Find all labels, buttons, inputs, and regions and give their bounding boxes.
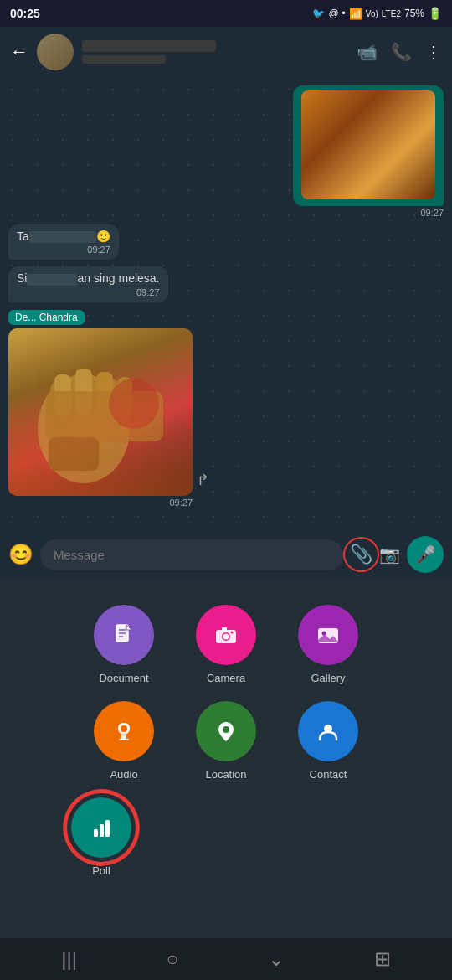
- header-info: [82, 40, 348, 64]
- contact-label: Contact: [310, 768, 347, 781]
- mention-tag: De... Chandra: [8, 310, 85, 325]
- attach-item-contact[interactable]: Contact: [298, 701, 358, 781]
- attach-item-gallery[interactable]: Gallery: [298, 605, 358, 684]
- nav-back-button[interactable]: ⌄: [268, 947, 285, 971]
- voice-call-button[interactable]: 📞: [391, 42, 412, 62]
- svg-rect-24: [119, 739, 129, 740]
- back-button[interactable]: ←: [10, 41, 28, 63]
- message-list: ↱ 09:27 Ta🙂 09:27 Sian sing melesa. 09:2…: [8, 85, 444, 508]
- chat-name: [82, 40, 216, 52]
- attach-item-audio[interactable]: Audio: [94, 701, 154, 781]
- message-image-large: [8, 328, 193, 496]
- attach-item-poll[interactable]: Poll: [71, 797, 131, 877]
- camera-label: Camera: [207, 672, 245, 684]
- message-time: 09:27: [293, 208, 444, 218]
- audio-label: Audio: [110, 768, 137, 781]
- status-bar: 00:25 🐦 @ • 📶 Vo) LTE2 75% 🔋: [0, 0, 452, 27]
- nav-home-button[interactable]: ○: [167, 947, 179, 971]
- svg-rect-29: [105, 820, 110, 837]
- message-text: Sian sing melesa.: [17, 271, 160, 285]
- svg-rect-17: [222, 627, 227, 631]
- nav-recents-button[interactable]: |||: [61, 947, 77, 971]
- chat-subtitle: [82, 55, 166, 64]
- wifi-icon: 📶: [349, 8, 362, 20]
- svg-point-18: [231, 632, 234, 634]
- attach-row-1: Document Camera: [17, 605, 435, 684]
- attach-item-document[interactable]: Document: [94, 605, 154, 684]
- audio-icon-circle: [94, 701, 154, 761]
- document-label: Document: [99, 672, 148, 684]
- menu-button[interactable]: ⋮: [425, 42, 442, 62]
- emoji-button[interactable]: 😊: [8, 543, 33, 566]
- voice-button[interactable]: 🎤: [407, 536, 444, 573]
- message-input[interactable]: [40, 539, 343, 570]
- location-label: Location: [205, 768, 246, 781]
- gallery-label: Gallery: [311, 672, 345, 684]
- message-time: 09:27: [17, 287, 160, 297]
- message-bubble: ↱: [293, 85, 444, 206]
- battery-level: 75%: [404, 8, 424, 19]
- chat-area: ↱ 09:27 Ta🙂 09:27 Sian sing melesa. 09:2…: [0, 77, 452, 529]
- status-icons: 🐦 @ • 📶 Vo) LTE2 75% 🔋: [312, 7, 442, 20]
- lte-label: LTE2: [382, 9, 401, 18]
- attach-button[interactable]: 📎: [350, 544, 372, 565]
- svg-point-16: [223, 634, 229, 640]
- contact-icon-circle: [298, 701, 358, 761]
- video-call-button[interactable]: 📹: [357, 42, 378, 62]
- poll-label: Poll: [92, 864, 110, 877]
- svg-rect-27: [94, 829, 98, 837]
- attach-item-camera[interactable]: Camera: [196, 605, 256, 684]
- network-icon: 🐦: [312, 8, 325, 19]
- message-image: [301, 90, 435, 199]
- location-icon-circle: [196, 701, 256, 761]
- chat-header: ← 📹 📞 ⋮: [0, 27, 452, 77]
- poll-icon-circle: [71, 797, 131, 858]
- navigation-bar: ||| ○ ⌄ ⊞: [0, 938, 452, 980]
- camera-icon-circle: [196, 605, 256, 665]
- mic-icon: 🎤: [415, 544, 436, 565]
- header-actions: 📹 📞 ⋮: [357, 42, 442, 62]
- signal-label: Vo): [366, 9, 378, 18]
- attach-panel: Document Camera: [0, 580, 452, 938]
- attach-row-2: Audio Location Contact: [17, 701, 435, 781]
- svg-rect-28: [100, 824, 104, 837]
- status-time: 00:25: [10, 7, 40, 20]
- attach-row-3: Poll: [17, 797, 435, 877]
- document-icon-circle: [94, 605, 154, 665]
- message-item: De... Chandra: [8, 309, 193, 508]
- svg-point-22: [121, 725, 127, 732]
- message-time: 09:27: [8, 498, 193, 508]
- message-input-bar: 😊 📎 📷 🎤: [0, 529, 452, 580]
- message-text: Ta🙂: [17, 230, 110, 243]
- message-item: ↱ 09:27: [293, 85, 444, 218]
- svg-point-25: [223, 726, 229, 733]
- gallery-icon-circle: [298, 605, 358, 665]
- attach-item-location[interactable]: Location: [196, 701, 256, 781]
- message-item: Sian sing melesa. 09:27: [8, 266, 168, 302]
- twitter-icon: @: [328, 8, 338, 19]
- dot-icon: •: [342, 8, 346, 19]
- message-bubble: Ta🙂 09:27: [8, 224, 119, 260]
- avatar[interactable]: [37, 34, 74, 70]
- message-bubble: Sian sing melesa. 09:27: [8, 266, 168, 302]
- camera-button[interactable]: 📷: [379, 544, 400, 565]
- message-item: Ta🙂 09:27: [8, 224, 119, 260]
- nav-apps-button[interactable]: ⊞: [374, 947, 391, 971]
- svg-rect-7: [49, 437, 99, 471]
- message-time: 09:27: [17, 245, 110, 255]
- battery-icon: 🔋: [428, 7, 442, 20]
- svg-point-8: [109, 379, 159, 429]
